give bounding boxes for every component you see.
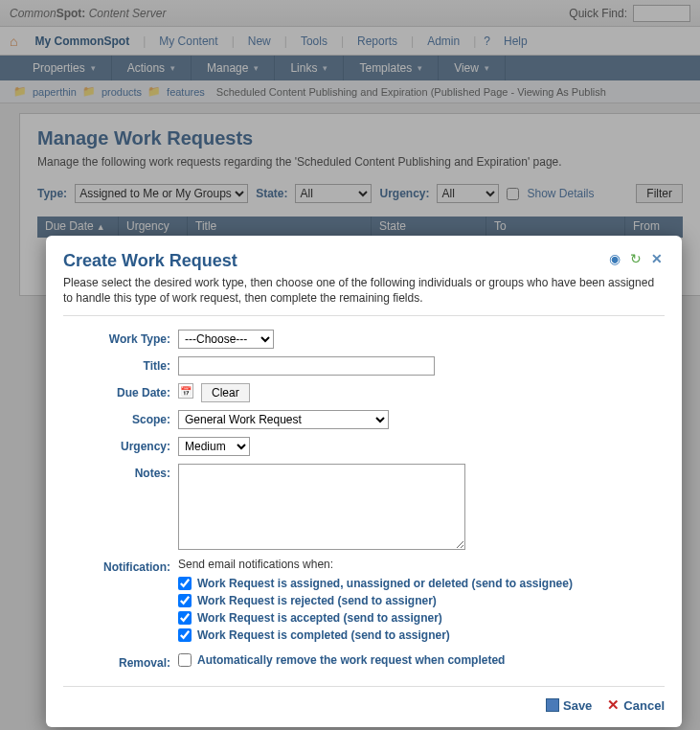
notification-row: Work Request is completed (send to assig… [178, 628, 573, 642]
notes-textarea[interactable] [178, 464, 465, 550]
title-input[interactable] [178, 356, 435, 376]
notification-heading: Send email notifications when: [178, 558, 573, 571]
notification-checkbox[interactable] [178, 628, 192, 642]
removal-text: Automatically remove the work request wh… [197, 653, 505, 667]
notification-checkbox[interactable] [178, 577, 192, 590]
removal-label: Removal: [63, 653, 178, 670]
urgency-form-label: Urgency: [63, 437, 178, 453]
notification-label: Notification: [63, 558, 178, 574]
notification-row: Work Request is rejected (send to assign… [178, 594, 573, 607]
scope-label: Scope: [63, 410, 178, 426]
notification-checkbox[interactable] [178, 594, 192, 607]
urgency-form-select[interactable]: Medium [178, 437, 250, 456]
refresh-icon[interactable]: ↻ [628, 251, 644, 266]
close-icon[interactable]: ✕ [649, 251, 665, 266]
dialog-title: Create Work Request [63, 251, 237, 271]
dialog-desc: Please select the desired work type, the… [63, 275, 665, 306]
work-type-label: Work Type: [63, 330, 178, 346]
notification-text: Work Request is assigned, unassigned or … [197, 577, 573, 590]
cancel-button[interactable]: ✕ Cancel [607, 696, 665, 714]
notification-row: Work Request is accepted (send to assign… [178, 611, 573, 625]
removal-checkbox[interactable] [178, 653, 192, 667]
clear-button[interactable]: Clear [201, 383, 250, 402]
notification-checkbox[interactable] [178, 611, 192, 625]
notification-text: Work Request is accepted (send to assign… [197, 611, 442, 625]
scope-select[interactable]: General Work Request [178, 410, 389, 429]
create-work-request-dialog: Create Work Request ◉ ↻ ✕ Please select … [46, 236, 682, 727]
help-icon[interactable]: ◉ [607, 251, 622, 266]
save-button[interactable]: Save [546, 696, 592, 714]
notes-label: Notes: [63, 464, 178, 480]
save-icon [546, 698, 559, 712]
work-type-select[interactable]: ---Choose--- [178, 330, 274, 349]
calendar-icon[interactable]: 📅 [178, 383, 193, 399]
notification-text: Work Request is rejected (send to assign… [197, 594, 437, 607]
due-date-label: Due Date: [63, 383, 178, 399]
notification-text: Work Request is completed (send to assig… [197, 628, 450, 642]
title-label: Title: [63, 356, 178, 373]
cancel-icon: ✕ [607, 696, 620, 714]
notification-row: Work Request is assigned, unassigned or … [178, 577, 573, 590]
